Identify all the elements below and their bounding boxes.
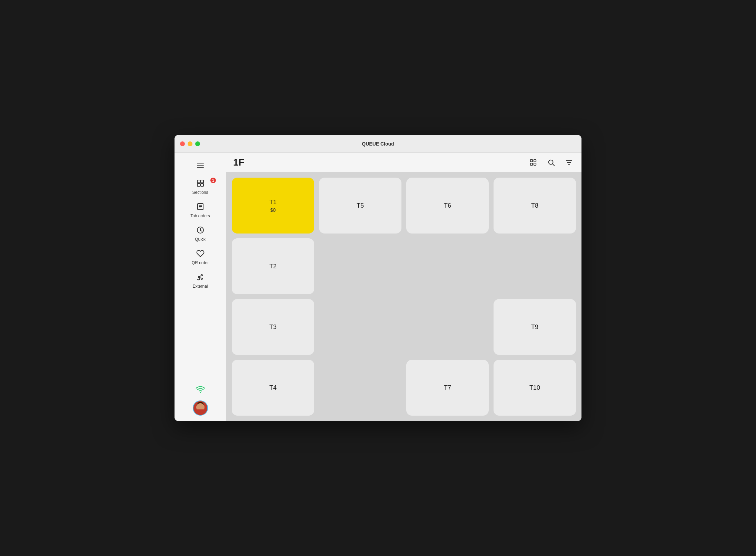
qr-order-icon — [196, 249, 205, 259]
maximize-button[interactable] — [195, 141, 200, 146]
qr-order-label: QR order — [192, 260, 209, 265]
table-amount-t1: $0 — [270, 207, 276, 213]
external-icon — [196, 273, 205, 282]
svg-point-22 — [197, 402, 203, 407]
svg-point-23 — [197, 404, 199, 409]
main-layout: 1 Sections — [175, 153, 581, 421]
table-name-t2: T2 — [269, 263, 277, 270]
search-icon — [547, 159, 555, 166]
sidebar-item-quick[interactable]: Quick — [180, 223, 221, 245]
svg-line-16 — [200, 276, 201, 277]
table-card-t8[interactable]: T8 — [494, 178, 576, 234]
svg-rect-28 — [530, 163, 533, 165]
sidebar: 1 Sections — [175, 153, 226, 421]
hamburger-icon — [196, 161, 205, 169]
table-name-t9: T9 — [531, 324, 538, 331]
svg-rect-26 — [530, 159, 533, 161]
close-button[interactable] — [180, 141, 185, 146]
sections-label: Sections — [192, 190, 208, 195]
svg-line-31 — [553, 164, 554, 166]
wifi-icon — [196, 385, 205, 396]
svg-rect-19 — [193, 401, 207, 415]
svg-point-24 — [201, 404, 204, 409]
svg-point-21 — [198, 404, 202, 408]
titlebar: QUEUE Cloud — [175, 135, 581, 153]
svg-rect-29 — [534, 163, 536, 165]
tab-orders-icon — [196, 202, 205, 212]
table-card-t5[interactable]: T5 — [319, 178, 401, 234]
svg-rect-5 — [197, 183, 200, 186]
table-name-t4: T4 — [269, 384, 277, 391]
quick-label: Quick — [195, 237, 206, 242]
sidebar-bottom — [193, 385, 208, 421]
table-card-t10[interactable]: T10 — [494, 360, 576, 416]
table-card-t6[interactable]: T6 — [406, 178, 489, 234]
table-name-t5: T5 — [357, 202, 364, 209]
minimize-button[interactable] — [188, 141, 192, 146]
window-controls — [180, 141, 200, 146]
sidebar-header — [175, 157, 226, 176]
app-window: QUEUE Cloud 1 — [175, 135, 581, 421]
grid-icon — [529, 159, 537, 166]
search-button[interactable] — [546, 157, 557, 168]
content-header: 1F — [226, 153, 581, 172]
quick-icon — [196, 226, 205, 236]
table-card-t7[interactable]: T7 — [406, 360, 489, 416]
sidebar-item-sections[interactable]: 1 Sections — [180, 176, 221, 198]
filter-icon — [565, 159, 573, 166]
table-card-t1[interactable]: T1 $0 — [232, 178, 314, 234]
sidebar-item-external[interactable]: External — [180, 270, 221, 291]
sidebar-nav: 1 Sections — [175, 176, 226, 385]
table-card-t3[interactable]: T3 — [232, 299, 314, 355]
svg-point-25 — [196, 410, 205, 415]
floor-title: 1F — [233, 157, 528, 168]
table-grid-area: T1 $0 T5 T6 T8 — [226, 172, 581, 421]
avatar[interactable] — [193, 400, 208, 416]
svg-rect-4 — [201, 180, 203, 183]
external-label: External — [192, 284, 208, 289]
table-name-t7: T7 — [444, 384, 451, 391]
sections-badge: 1 — [210, 178, 216, 183]
table-card-t9[interactable]: T9 — [494, 299, 576, 355]
table-name-t3: T3 — [269, 324, 277, 331]
window-title: QUEUE Cloud — [362, 141, 394, 147]
svg-point-12 — [200, 229, 201, 231]
table-name-t10: T10 — [529, 384, 540, 391]
table-name-t1: T1 — [269, 199, 277, 206]
table-card-t4[interactable]: T4 — [232, 360, 314, 416]
svg-point-20 — [197, 403, 203, 410]
content-area: 1F — [226, 153, 581, 421]
tab-orders-label: Tab orders — [190, 214, 210, 218]
table-grid: T1 $0 T5 T6 T8 — [232, 178, 576, 416]
hamburger-button[interactable] — [195, 160, 206, 171]
header-actions — [528, 157, 575, 168]
sidebar-item-tab-orders[interactable]: Tab orders — [180, 200, 221, 221]
svg-rect-6 — [201, 183, 203, 186]
table-name-t8: T8 — [531, 202, 538, 209]
filter-button[interactable] — [564, 157, 575, 168]
svg-point-18 — [200, 392, 201, 394]
svg-rect-3 — [197, 180, 200, 183]
table-card-t2[interactable]: T2 — [232, 238, 314, 294]
grid-view-button[interactable] — [528, 157, 539, 168]
svg-rect-27 — [534, 159, 536, 161]
sections-icon — [196, 179, 205, 189]
table-name-t6: T6 — [444, 202, 451, 209]
sidebar-item-qr-order[interactable]: QR order — [180, 247, 221, 268]
avatar-image — [193, 401, 207, 415]
